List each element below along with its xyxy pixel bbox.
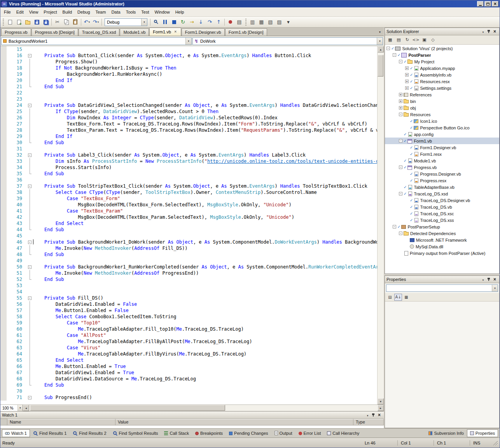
maximize-button[interactable] — [484, 1, 491, 7]
outline-margin[interactable] — [26, 301, 33, 307]
auto-hide-button[interactable] — [371, 412, 376, 418]
chevron-down-icon[interactable] — [185, 38, 191, 45]
outline-margin[interactable] — [26, 332, 33, 338]
object-browser-button[interactable]: ▨ — [275, 18, 284, 26]
indicator-margin[interactable] — [0, 52, 7, 59]
expand-icon[interactable]: + — [405, 80, 409, 83]
indicator-margin[interactable] — [0, 382, 7, 388]
indicator-margin[interactable] — [0, 102, 7, 108]
collapse-icon[interactable]: - — [28, 104, 31, 107]
outline-margin[interactable] — [26, 351, 33, 357]
tree-item[interactable]: -✓PostParser — [385, 52, 499, 58]
add-new-item-button[interactable] — [14, 18, 23, 26]
panel-tab-watch-1[interactable]: Watch 1 — [2, 429, 30, 437]
indicator-margin[interactable] — [0, 158, 7, 164]
tree-item[interactable]: +✓Resources.resx — [385, 78, 499, 85]
panel-tab-call-stack[interactable]: Call Stack — [161, 429, 192, 437]
tree-item[interactable]: +bin — [385, 98, 499, 105]
tree-item[interactable]: ✓TraceLog_DS.xss — [385, 217, 499, 223]
toolbox-button[interactable]: ▧ — [266, 18, 275, 26]
outline-margin[interactable] — [26, 270, 33, 276]
indicator-margin[interactable] — [0, 345, 7, 351]
menu-help[interactable]: Help — [173, 8, 187, 16]
view-code-button[interactable]: <> — [412, 36, 420, 44]
window-position-button[interactable] — [480, 29, 486, 34]
menu-debug[interactable]: Debug — [75, 8, 93, 16]
outline-margin[interactable] — [26, 357, 33, 363]
tab-form1-designer-vb[interactable]: Form1.Designer.vb — [182, 28, 225, 36]
tab-form1-vb-design-[interactable]: Form1.vb [Design] — [225, 28, 267, 36]
expand-icon[interactable]: + — [405, 86, 409, 90]
save-button[interactable] — [32, 18, 41, 26]
outline-margin[interactable] — [26, 320, 33, 326]
outline-margin[interactable]: - — [26, 102, 33, 108]
tree-item[interactable]: ✓Module1.vb — [385, 157, 499, 164]
collapse-icon[interactable]: - — [399, 139, 402, 143]
close-panel-button[interactable] — [492, 29, 498, 34]
indicator-margin[interactable] — [0, 139, 7, 146]
toolbar-options-button[interactable]: ▾ — [284, 18, 293, 26]
indicator-margin[interactable] — [0, 282, 7, 289]
tree-item[interactable]: ✓TraceLog_DS.vb — [385, 204, 499, 210]
step-out-button[interactable]: ↑ — [214, 18, 223, 26]
tree-item[interactable]: +✓AssemblyInfo.vb — [385, 71, 499, 78]
window-position-button[interactable] — [480, 277, 486, 282]
outline-margin[interactable] — [26, 90, 33, 96]
indicator-margin[interactable] — [0, 239, 7, 245]
code-editor[interactable]: 1516- Private Sub Button1_Click(sender A… — [0, 46, 384, 404]
tree-item[interactable]: ✓Form1.resx — [385, 151, 499, 157]
indicator-margin[interactable] — [0, 189, 7, 195]
outline-margin[interactable] — [26, 220, 33, 227]
watch-column-header[interactable]: Type — [353, 419, 384, 425]
menu-edit[interactable]: Edit — [14, 8, 26, 16]
expand-icon[interactable]: + — [399, 106, 402, 110]
indicator-margin[interactable] — [0, 376, 7, 382]
close-icon[interactable]: × — [173, 30, 178, 34]
indicator-margin[interactable] — [0, 388, 7, 394]
vertical-scrollbar[interactable] — [377, 46, 384, 404]
outline-margin[interactable] — [26, 388, 33, 394]
menu-build[interactable]: Build — [60, 8, 75, 16]
outline-margin[interactable] — [26, 307, 33, 314]
auto-hide-button[interactable] — [486, 277, 492, 282]
indicator-margin[interactable] — [0, 108, 7, 115]
paste-button[interactable] — [71, 18, 80, 26]
outline-margin[interactable] — [26, 171, 33, 177]
outline-margin[interactable] — [26, 376, 33, 382]
collapse-icon[interactable]: - — [386, 47, 390, 50]
indicator-margin[interactable] — [0, 146, 7, 152]
indicator-margin[interactable] — [0, 177, 7, 183]
indicator-margin[interactable] — [0, 171, 7, 177]
indicator-margin[interactable] — [0, 245, 7, 251]
outline-margin[interactable] — [26, 46, 33, 52]
stop-debugging-button[interactable] — [170, 18, 178, 26]
close-button[interactable] — [492, 1, 498, 7]
tree-item[interactable]: -✓Solution 'Virus' (2 projects) — [385, 45, 499, 52]
watch-column-header[interactable]: Name — [7, 419, 115, 425]
indicator-margin[interactable] — [0, 214, 7, 220]
properties-window-button[interactable]: ▦ — [257, 18, 266, 26]
tree-item[interactable]: +✓Application.myapp — [385, 65, 499, 71]
step-into-button[interactable]: ↓ — [196, 18, 205, 26]
tree-item[interactable]: ✓Progress.resx — [385, 177, 499, 184]
collapse-icon[interactable]: - — [399, 113, 402, 116]
panel-tab-error-list[interactable]: Error List — [295, 429, 324, 437]
tree-item[interactable]: -✓TraceLog_DS.xsd — [385, 190, 499, 197]
outline-margin[interactable] — [26, 370, 33, 376]
horizontal-scrollbar[interactable]: 100 % — [0, 404, 384, 411]
tab-form1-vb[interactable]: Form1.vb× — [149, 28, 181, 36]
restart-button[interactable]: ↻ — [178, 18, 187, 26]
panel-tab-find-results-2[interactable]: Find Results 2 — [70, 429, 109, 437]
vertical-scroll-thumb[interactable] — [378, 55, 383, 77]
collapse-icon[interactable]: - — [399, 166, 402, 169]
tree-item[interactable]: ✓Perspective Button Go.ico — [385, 124, 499, 131]
new-file-button[interactable] — [5, 18, 14, 26]
tab-progress-vb-design-[interactable]: Progress.vb [Design] — [31, 28, 78, 36]
chevron-down-icon[interactable] — [377, 38, 383, 45]
categorized-button[interactable]: ▤ — [386, 294, 394, 301]
immediate-window-button[interactable]: ▤ — [235, 18, 244, 26]
tree-item[interactable]: Microsoft .NET Framework — [385, 237, 499, 243]
collapse-icon[interactable]: - — [393, 225, 396, 228]
outline-margin[interactable] — [26, 65, 33, 71]
outline-margin[interactable] — [26, 84, 33, 90]
